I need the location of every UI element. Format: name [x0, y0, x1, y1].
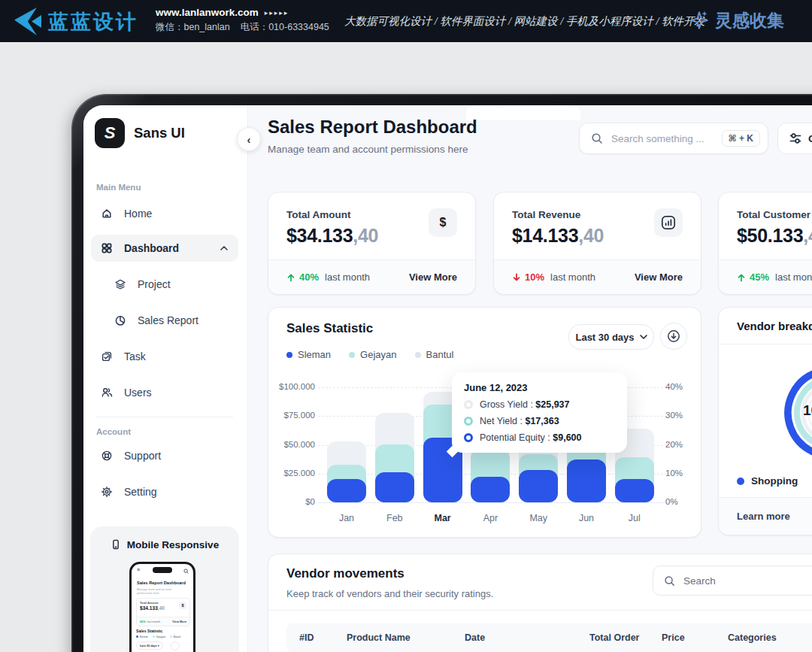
bar-segment-sleman [615, 479, 654, 502]
divider [268, 610, 812, 611]
search-input[interactable] [610, 132, 710, 145]
bar-segment-sleman [471, 477, 510, 502]
sidebar-item-sales-report[interactable]: Sales Report [91, 307, 238, 334]
stat-footer: 10% last month View More [494, 259, 701, 294]
mini-range-dropdown[interactable]: Last 30 days ▾ [136, 641, 163, 650]
table-search-input[interactable] [682, 575, 812, 587]
life-buoy-icon [101, 450, 113, 462]
stat-change: 10% [512, 271, 544, 283]
collection-link[interactable]: 灵感收集 [688, 8, 784, 32]
table-column-header[interactable]: Price [662, 632, 685, 643]
stat-card-total-revenue: Total Revenue $14.133,40 10% last month … [493, 192, 701, 295]
stat-card-total-amount: Total Amount $34.133,40 $ 40% last month… [268, 192, 476, 295]
sidebar-item-label: Project [138, 278, 171, 290]
mobile-card-title: Mobile Responsive [127, 539, 219, 550]
download-icon [667, 329, 680, 343]
y-tick-right: 0% [665, 497, 678, 506]
bar-group-jan[interactable] [327, 387, 366, 502]
view-more-link[interactable]: View More [409, 271, 457, 283]
y-tick-left: $25.000 [283, 469, 315, 478]
table-column-header[interactable]: Categories [728, 632, 777, 643]
sidebar-item-support[interactable]: Support [91, 442, 238, 469]
global-search[interactable]: ⌘ + K [579, 123, 768, 154]
mini-dollar-icon: $ [179, 602, 186, 609]
y-tick-right: 20% [665, 440, 683, 449]
table-search[interactable] [653, 566, 812, 596]
mini-stat-title: Total Amount [140, 601, 159, 605]
page-title: Sales Report Dashboard [268, 117, 477, 138]
sidebar-item-home[interactable]: Home [91, 200, 238, 227]
table-column-header[interactable]: Product Name [347, 632, 411, 643]
range-dropdown[interactable]: Last 30 days [568, 324, 654, 350]
sliders-icon [789, 132, 802, 145]
search-icon [183, 569, 189, 574]
arrows-decoration: ▸▸▸▸▸ [265, 9, 289, 17]
stat-value: $14.133,40 [512, 225, 604, 247]
sidebar-item-dashboard[interactable]: Dashboard [91, 235, 238, 262]
y-tick-left: $75.000 [283, 411, 315, 420]
sidebar-item-project[interactable]: Project [91, 271, 238, 298]
sidebar-item-label: Setting [124, 486, 157, 498]
hamburger-icon: ≡ [137, 567, 140, 572]
learn-more-link[interactable]: Learn more [719, 497, 812, 535]
legend-dot [737, 478, 744, 485]
sidebar-collapse-button[interactable]: ‹ [237, 127, 261, 151]
x-axis: JanFebMarAprMayJunJul [268, 513, 702, 528]
view-more-link[interactable]: View More [635, 271, 683, 283]
lanlan-logo-icon [11, 7, 44, 35]
bar-group-feb[interactable] [375, 387, 414, 502]
bar-segment-sleman [327, 479, 366, 502]
sparkle-star-icon [688, 8, 710, 32]
y-axis-right: 40%30%20%10%0% [665, 387, 699, 508]
website-link[interactable]: www.lanlanwork.com [156, 7, 259, 18]
x-tick-label: May [516, 513, 561, 523]
mini-title: Sales Report Dashboard [137, 581, 186, 585]
stat-footer: 45% last month View More [719, 259, 812, 294]
stat-value: $34.133,40 [286, 225, 378, 247]
section-title: Vendor movements [286, 566, 404, 581]
customize-button[interactable]: Cu [777, 123, 812, 154]
sidebar-item-users[interactable]: Users [91, 379, 238, 406]
tooltip-ring-icon [464, 433, 473, 442]
tooltip-ring-icon [464, 417, 473, 426]
stat-card-total-customer: Total Customer $50.133,40 45% last month… [718, 192, 812, 295]
section-account-label: Account [96, 427, 131, 436]
sidebar: S Sans UI Main Menu Home Dashboard Proje… [83, 105, 248, 652]
mini-subtitle: Manage team and account permissions here [137, 587, 180, 595]
stat-period: last month [325, 271, 370, 283]
table-column-header[interactable]: #ID [299, 632, 314, 643]
stat-title: Total Customer [737, 209, 810, 220]
stat-footer: 40% last month View More [268, 259, 475, 294]
tooltip-row: Net Yield : $17,363 [464, 416, 615, 426]
sidebar-divider [96, 417, 233, 417]
page: 蓝蓝设计 www.lanlanwork.com ▸▸▸▸▸ 微信：ben_lan… [0, 0, 812, 652]
table-column-header[interactable]: Total Order [589, 632, 639, 643]
x-tick-label: Feb [372, 513, 417, 523]
tooltip-ring-icon [464, 400, 473, 409]
stat-period: last month [550, 271, 595, 283]
ring-center-value: 10 [803, 402, 812, 419]
stat-change: 45% [737, 271, 769, 283]
y-tick-right: 10% [665, 469, 683, 478]
table-column-header[interactable]: Date [465, 632, 485, 643]
mini-download-button[interactable] [171, 641, 180, 650]
vendor-movements-card: Vendor movements Keep track of vendors a… [268, 553, 812, 652]
dynamic-island [153, 567, 172, 573]
tooltip-date: June 12, 2023 [464, 382, 615, 393]
dashboard-grid-icon [101, 242, 113, 254]
task-check-icon [101, 350, 113, 362]
sidebar-item-task[interactable]: Task [91, 343, 238, 370]
stat-value: $50.133,40 [737, 225, 812, 247]
y-tick-left: $50.000 [283, 440, 315, 449]
phone-mockup: ≡ Sales Report Dashboard Manage team and… [129, 562, 195, 652]
home-icon [101, 208, 113, 220]
stat-period: last month [775, 271, 812, 283]
download-button[interactable] [660, 323, 687, 350]
y-tick-left: $100.000 [279, 382, 315, 391]
sidebar-item-setting[interactable]: Setting [91, 478, 238, 505]
shortcut-badge: ⌘ + K [722, 130, 760, 147]
bar-segment-sleman [567, 459, 606, 502]
mobile-responsive-card: Mobile Responsive ≡ Sales Report Dashboa… [90, 526, 239, 652]
banner-contact-block: www.lanlanwork.com ▸▸▸▸▸ 微信：ben_lanlan 电… [156, 7, 329, 34]
wechat-label: 微信：ben_lanlan [156, 21, 230, 34]
